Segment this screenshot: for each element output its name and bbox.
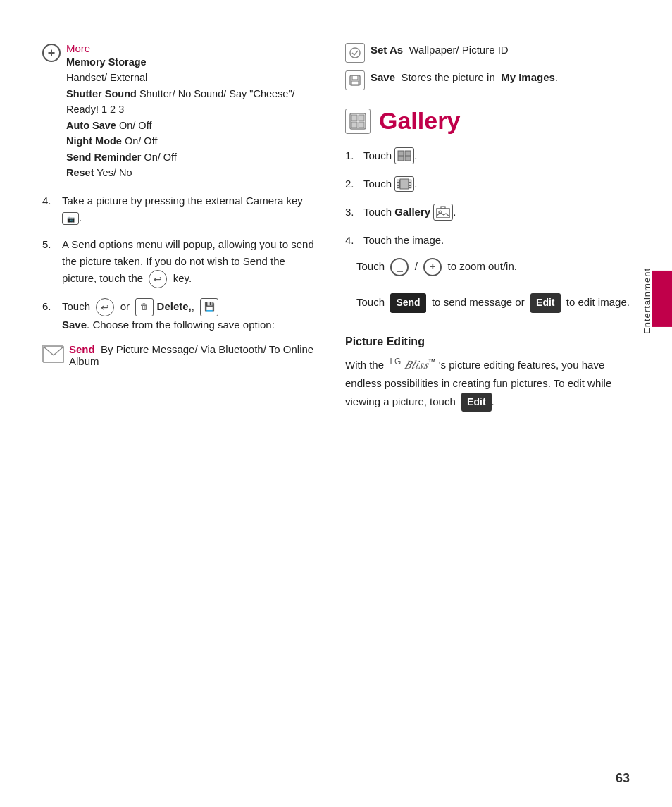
svg-rect-8 bbox=[351, 115, 357, 121]
touch4-num: 4. bbox=[345, 232, 363, 249]
save-icon bbox=[345, 70, 365, 90]
touch-send-post: to edit image. bbox=[566, 296, 630, 308]
back-icon: ↩ bbox=[149, 270, 167, 288]
send-option-text: Send By Picture Message/ Via Bluetooth/ … bbox=[69, 343, 317, 367]
svg-line-2 bbox=[54, 347, 63, 355]
touch1-num: 1. bbox=[345, 147, 363, 164]
touch-item-3: 3. Touch Gallery . bbox=[345, 204, 644, 221]
zoom-plus-icon: + bbox=[423, 258, 442, 276]
picture-editing-body: With the LG 𝐵𝑙𝑖𝑠𝑠™ 's picture editing fe… bbox=[345, 355, 644, 412]
handset-external: Handset/ External bbox=[66, 72, 147, 83]
touch1-icon bbox=[394, 147, 414, 164]
save-text: Save Stores the picture in My Images. bbox=[371, 70, 558, 86]
more-content: Memory Storage Handset/ External Shutter… bbox=[66, 54, 317, 181]
zoom-minus-icon: ⎯ bbox=[390, 258, 409, 276]
touch3-num: 3. bbox=[345, 204, 363, 221]
list-item-6: 6. Touch ↩ or 🗑 Delete,, 💾 Save. Choose … bbox=[42, 298, 317, 333]
touch-item-4: 4. Touch the image. Touch ⎯ / + to zoom … bbox=[345, 232, 644, 321]
edit-button-label-2: Edit bbox=[461, 393, 491, 412]
send-option: Send By Picture Message/ Via Bluetooth/ … bbox=[42, 343, 317, 367]
trash-icon: 🗑 bbox=[135, 298, 154, 316]
my-images: My Images bbox=[501, 71, 555, 83]
picture-editing-title: Picture Editing bbox=[345, 335, 644, 348]
touch-send-pre: Touch bbox=[356, 296, 385, 308]
bliss-brand: 𝐵𝑙𝑖𝑠𝑠 bbox=[404, 358, 428, 371]
item6-number: 6. bbox=[42, 298, 62, 333]
more-content-block: More Memory Storage Handset/ External Sh… bbox=[66, 42, 317, 181]
touch-sub-send: Touch Send to send message or Edit to ed… bbox=[345, 293, 630, 313]
send-option-label: Send bbox=[69, 343, 95, 355]
memory-storage-label: Memory Storage bbox=[66, 56, 147, 68]
touch-send-mid: to send message or bbox=[432, 296, 525, 308]
touch3-gallery: Gallery bbox=[394, 204, 430, 221]
item6-content: Touch ↩ or 🗑 Delete,, 💾 Save. Choose fro… bbox=[62, 298, 317, 333]
touch-sub-zoom: Touch ⎯ / + to zoom out/in. bbox=[345, 257, 517, 276]
page-container: + More Memory Storage Handset/ External … bbox=[0, 0, 672, 807]
set-as-icon bbox=[345, 43, 365, 63]
touch-item-1: 1. Touch . bbox=[345, 147, 644, 164]
picture-editing-section: Picture Editing With the LG 𝐵𝑙𝑖𝑠𝑠™ 's pi… bbox=[345, 335, 644, 412]
sidebar-label: Entertainment bbox=[642, 268, 672, 334]
list-item-5: 5. A Send options menu will popup, allow… bbox=[42, 236, 317, 288]
page-number: 63 bbox=[616, 771, 630, 786]
save-row: Save Stores the picture in My Images. bbox=[345, 70, 644, 90]
right-column: Set As Wallpaper/ Picture ID Save Stores… bbox=[338, 42, 644, 779]
gallery-title: Gallery bbox=[379, 107, 460, 135]
svg-line-1 bbox=[44, 347, 54, 355]
svg-rect-10 bbox=[351, 122, 357, 128]
sidebar-bar bbox=[652, 271, 672, 327]
item4-content: Take a picture by pressing the external … bbox=[62, 192, 317, 226]
auto-save-label: Auto Save On/ Off bbox=[66, 120, 151, 131]
more-label: More bbox=[66, 42, 317, 54]
item5-content: A Send options menu will popup, allowing… bbox=[62, 236, 317, 288]
send-reminder-label: Send Reminder On/ Off bbox=[66, 152, 177, 163]
touch2-icon bbox=[394, 176, 414, 192]
camera-key-icon: 📷 bbox=[62, 212, 79, 225]
reset-label: Reset Yes/ No bbox=[66, 167, 132, 178]
send-option-desc: By Picture Message/ Via Bluetooth/ To On… bbox=[69, 343, 313, 367]
svg-rect-27 bbox=[441, 207, 445, 209]
edit-button-label: Edit bbox=[530, 293, 560, 313]
svg-point-3 bbox=[350, 48, 360, 58]
item5-number: 5. bbox=[42, 236, 62, 288]
gallery-header-icon bbox=[345, 109, 371, 134]
svg-rect-14 bbox=[398, 156, 404, 161]
more-icon: + bbox=[42, 44, 61, 62]
svg-rect-25 bbox=[437, 209, 449, 218]
touch4-text: Touch the image. bbox=[363, 232, 444, 249]
svg-rect-9 bbox=[359, 115, 364, 121]
svg-rect-17 bbox=[400, 179, 409, 189]
svg-rect-12 bbox=[398, 151, 404, 156]
touch-item-2: 2. Touch . bbox=[345, 175, 644, 192]
shutter-sound-label: Shutter Sound Shutter/ No Sound/ Say "Ch… bbox=[66, 88, 295, 115]
set-as-text: Set As Wallpaper/ Picture ID bbox=[371, 42, 509, 58]
send-button-label: Send bbox=[390, 293, 425, 313]
save-cam-icon: 💾 bbox=[200, 298, 218, 316]
item4-number: 4. bbox=[42, 192, 62, 226]
back-icon-2: ↩ bbox=[96, 298, 114, 316]
svg-rect-5 bbox=[352, 75, 358, 80]
touch2-num: 2. bbox=[345, 175, 363, 192]
set-as-row: Set As Wallpaper/ Picture ID bbox=[345, 42, 644, 63]
list-item-4: 4. Take a picture by pressing the extern… bbox=[42, 192, 317, 226]
touch3-text: Touch bbox=[363, 204, 392, 221]
gallery-header: Gallery bbox=[345, 107, 644, 135]
night-mode-label: Night Mode On/ Off bbox=[66, 135, 157, 147]
lg-text: LG bbox=[390, 357, 401, 366]
svg-rect-13 bbox=[405, 151, 411, 156]
svg-rect-6 bbox=[351, 81, 359, 85]
svg-rect-15 bbox=[405, 156, 411, 161]
more-section: + More Memory Storage Handset/ External … bbox=[42, 42, 317, 181]
touch1-text: Touch bbox=[363, 147, 392, 164]
email-icon bbox=[42, 345, 63, 362]
left-column: + More Memory Storage Handset/ External … bbox=[42, 42, 338, 779]
touch-zoom-pre: Touch bbox=[356, 260, 385, 272]
touch2-text: Touch bbox=[363, 175, 392, 192]
touch-zoom-text: to zoom out/in. bbox=[448, 260, 517, 272]
touch3-icon bbox=[433, 204, 453, 221]
svg-rect-11 bbox=[359, 122, 364, 128]
